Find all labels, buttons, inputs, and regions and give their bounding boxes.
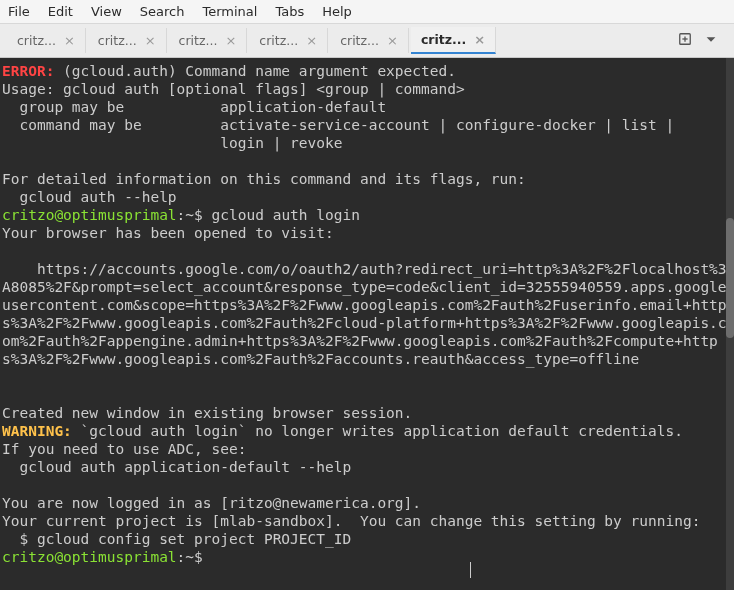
prompt-cmd: $ gcloud auth login bbox=[194, 207, 360, 223]
terminal-tab-3[interactable]: critz... × bbox=[169, 28, 248, 53]
close-icon[interactable]: × bbox=[225, 34, 236, 47]
warning-text: `gcloud auth login` no longer writes app… bbox=[72, 423, 683, 439]
prompt-user: critzo@optimusprimal bbox=[2, 207, 177, 223]
usage-text: Usage: gcloud auth [optional flags] <gro… bbox=[2, 81, 674, 205]
terminal-tab-5[interactable]: critz... × bbox=[330, 28, 409, 53]
close-icon[interactable]: × bbox=[145, 34, 156, 47]
terminal-tab-1[interactable]: critz... × bbox=[7, 28, 86, 53]
menu-search[interactable]: Search bbox=[140, 4, 185, 19]
terminal-tab-6[interactable]: critz... × bbox=[411, 27, 496, 54]
scrollbar-thumb[interactable] bbox=[726, 218, 734, 338]
dropdown-icon[interactable] bbox=[704, 32, 718, 49]
tab-label: critz... bbox=[179, 33, 218, 48]
tab-label: critz... bbox=[259, 33, 298, 48]
menu-view[interactable]: View bbox=[91, 4, 122, 19]
error-text: (gcloud.auth) Command name argument expe… bbox=[54, 63, 456, 79]
tab-actions bbox=[678, 32, 728, 49]
tab-label: critz... bbox=[421, 32, 466, 47]
terminal-tab-4[interactable]: critz... × bbox=[249, 28, 328, 53]
tab-label: critz... bbox=[340, 33, 379, 48]
tab-label: critz... bbox=[98, 33, 137, 48]
menubar: File Edit View Search Terminal Tabs Help bbox=[0, 0, 734, 24]
tab-bar: critz... × critz... × critz... × critz..… bbox=[0, 24, 734, 58]
terminal-viewport[interactable]: ERROR: (gcloud.auth) Command name argume… bbox=[0, 58, 734, 590]
error-label: ERROR: bbox=[2, 63, 54, 79]
scrollbar[interactable] bbox=[726, 58, 734, 590]
close-icon[interactable]: × bbox=[306, 34, 317, 47]
menu-edit[interactable]: Edit bbox=[48, 4, 73, 19]
text-cursor-icon bbox=[470, 562, 471, 578]
new-tab-icon[interactable] bbox=[678, 32, 692, 49]
close-icon[interactable]: × bbox=[474, 33, 485, 46]
menu-help[interactable]: Help bbox=[322, 4, 352, 19]
prompt-cmd: $ bbox=[194, 549, 211, 565]
menu-file[interactable]: File bbox=[8, 4, 30, 19]
adc-text: If you need to use ADC, see: gcloud auth… bbox=[2, 441, 700, 547]
terminal-tab-2[interactable]: critz... × bbox=[88, 28, 167, 53]
tab-label: critz... bbox=[17, 33, 56, 48]
close-icon[interactable]: × bbox=[64, 34, 75, 47]
close-icon[interactable]: × bbox=[387, 34, 398, 47]
prompt-path: ~ bbox=[185, 549, 194, 565]
menu-terminal[interactable]: Terminal bbox=[202, 4, 257, 19]
prompt-user: critzo@optimusprimal bbox=[2, 549, 177, 565]
warning-label: WARNING: bbox=[2, 423, 72, 439]
menu-tabs[interactable]: Tabs bbox=[275, 4, 304, 19]
browser-opened-text: Your browser has been opened to visit: h… bbox=[2, 225, 727, 421]
prompt-path: ~ bbox=[185, 207, 194, 223]
